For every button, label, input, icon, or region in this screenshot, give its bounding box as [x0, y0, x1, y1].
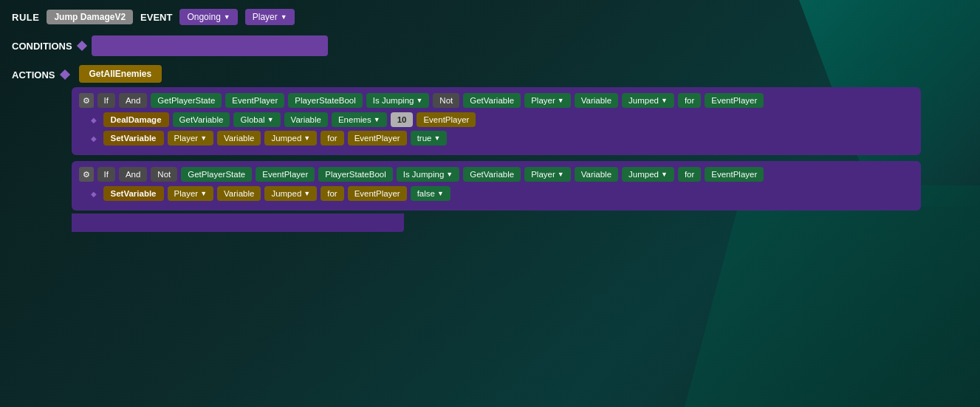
inner-actions-1: DealDamage GetVariable Global Variable E…	[91, 112, 914, 146]
if-row-1: ⚙ If And GetPlayerState EventPlayer Play…	[79, 93, 914, 108]
ongoing-dropdown[interactable]: Ongoing	[179, 9, 237, 25]
eventplayer-token-2a: EventPlayer	[256, 167, 315, 182]
number-token[interactable]: 10	[391, 112, 414, 127]
enemies-token[interactable]: Enemies	[332, 112, 387, 127]
variable-sv-token-1: Variable	[217, 131, 261, 146]
getvariable-token-2: GetVariable	[463, 167, 521, 182]
conditions-label: CONDITIONS	[12, 41, 72, 52]
jumped-sv-token-2[interactable]: Jumped	[264, 186, 317, 201]
eventplayer-sv-token-1: EventPlayer	[348, 131, 407, 146]
variable-token-1a: Variable	[575, 93, 618, 108]
conditions-row: CONDITIONS	[12, 35, 968, 56]
player-token-1[interactable]: Player	[524, 93, 571, 108]
deal-damage-row: DealDamage GetVariable Global Variable E…	[91, 112, 914, 127]
jumped-sv-token-1[interactable]: Jumped	[264, 131, 317, 146]
player-dropdown[interactable]: Player	[245, 9, 295, 25]
if-token-1: If	[97, 93, 115, 108]
if-token-2: If	[97, 167, 115, 182]
getvariable-token-1: GetVariable	[463, 93, 521, 108]
variable-dd-token: Variable	[284, 112, 328, 127]
isjumping-token-2[interactable]: Is Jumping	[397, 167, 460, 182]
set-variable-row-1: SetVariable Player Variable Jumped for E…	[91, 131, 914, 146]
jumped-token-2[interactable]: Jumped	[622, 167, 674, 182]
player-token-2[interactable]: Player	[524, 167, 571, 182]
rule-name-badge[interactable]: Jump DamageV2	[47, 10, 133, 24]
if-row-2: ⚙ If And Not GetPlayerState EventPlayer …	[79, 167, 914, 182]
jumped-token-1[interactable]: Jumped	[622, 93, 674, 108]
variable-sv-token-2: Variable	[217, 186, 261, 201]
header-row: RULE Jump DamageV2 EVENT Ongoing Player	[12, 9, 968, 25]
if-block-1: ⚙ If And GetPlayerState EventPlayer Play…	[72, 87, 921, 155]
for-token-2: for	[678, 167, 701, 182]
not-token-2: Not	[151, 167, 177, 182]
deal-damage-badge[interactable]: DealDamage	[103, 112, 169, 127]
eventplayer-token-2b: EventPlayer	[705, 167, 764, 182]
if-block-2: ⚙ If And Not GetPlayerState EventPlayer …	[72, 161, 921, 211]
actions-content: GetAllEnemies ⚙ If And GetPlayerState Ev…	[72, 65, 921, 232]
actions-diamond	[59, 69, 69, 80]
global-token[interactable]: Global	[233, 112, 280, 127]
player-sv-token-1[interactable]: Player	[168, 131, 214, 146]
eventplayer-token-1b: EventPlayer	[705, 93, 764, 108]
gear-icon-2[interactable]: ⚙	[79, 167, 94, 182]
variable-token-2a: Variable	[575, 167, 618, 182]
set-variable-row-2: SetVariable Player Variable Jumped for E…	[91, 186, 914, 201]
set-variable-badge-2[interactable]: SetVariable	[103, 186, 164, 201]
player-sv-token-2[interactable]: Player	[168, 186, 214, 201]
get-all-enemies-badge[interactable]: GetAllEnemies	[72, 65, 921, 87]
and-token-1: And	[119, 93, 147, 108]
playerstatebool-token-1: PlayerStateBool	[288, 93, 362, 108]
not-token-1: Not	[433, 93, 459, 108]
for-sv-token-2: for	[321, 186, 343, 201]
isjumping-token-1[interactable]: Is Jumping	[366, 93, 430, 108]
eventplayer-dd-token: EventPlayer	[417, 112, 476, 127]
conditions-block[interactable]	[92, 35, 328, 56]
actions-label: ACTIONS	[12, 69, 55, 81]
gear-icon-1[interactable]: ⚙	[79, 93, 94, 108]
getvariable-dd-token: GetVariable	[173, 112, 230, 127]
eventplayer-sv-token-2: EventPlayer	[348, 186, 407, 201]
bottom-strip	[72, 213, 404, 232]
getplayerstate-token-1: GetPlayerState	[151, 93, 222, 108]
eventplayer-token-1a: EventPlayer	[225, 93, 284, 108]
for-sv-token-1: for	[321, 131, 343, 146]
true-token[interactable]: true	[411, 131, 448, 146]
conditions-diamond	[77, 41, 87, 51]
playerstatebool-token-2: PlayerStateBool	[318, 167, 392, 182]
set-variable-badge-1[interactable]: SetVariable	[103, 131, 164, 146]
getplayerstate-token-2: GetPlayerState	[181, 167, 252, 182]
rule-label: RULE	[12, 12, 39, 23]
actions-area: ACTIONS GetAllEnemies ⚙ If And GetPlayer…	[12, 64, 968, 232]
inner-actions-2: SetVariable Player Variable Jumped for E…	[91, 186, 914, 201]
for-token-1: for	[678, 93, 701, 108]
event-label: EVENT	[140, 12, 172, 23]
and-token-2: And	[119, 167, 147, 182]
false-token[interactable]: false	[411, 186, 450, 201]
